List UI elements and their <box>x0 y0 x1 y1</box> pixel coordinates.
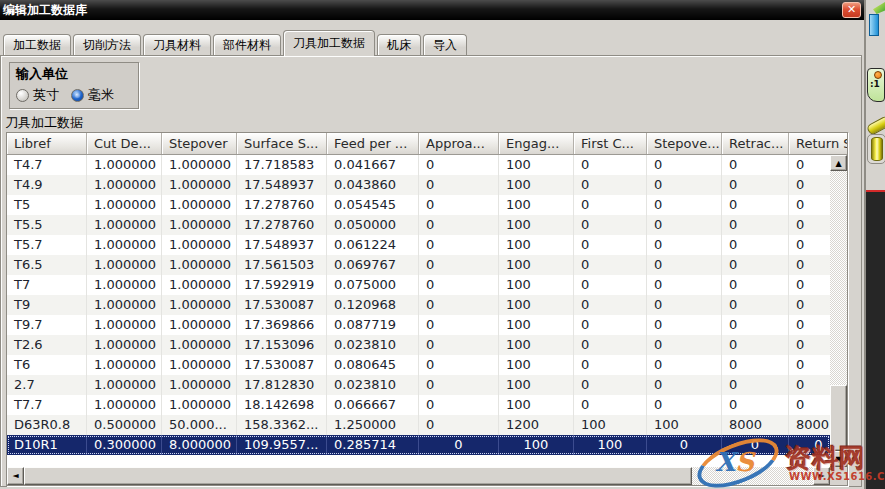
units-radio-row: 英寸 毫米 <box>16 86 132 104</box>
tab-3[interactable]: 部件材料 <box>213 34 281 56</box>
table-cell: T2.6 <box>7 335 87 355</box>
table-cell: 18.142698 <box>237 395 327 415</box>
table-cell: 1.000000 <box>87 395 162 415</box>
table-row[interactable]: T5.51.0000001.00000017.2787600.050000010… <box>7 215 830 235</box>
tab-bar: 加工数据切削方法刀具材料部件材料刀具加工数据机床导入 <box>3 30 469 56</box>
table-cell: 1.000000 <box>87 295 162 315</box>
table-row[interactable]: T6.51.0000001.00000017.5615030.069767010… <box>7 255 830 275</box>
layer-settings-icon[interactable]: :1 <box>867 68 885 102</box>
table-row[interactable]: T7.71.0000001.00000018.1426980.066667010… <box>7 395 830 415</box>
table-row[interactable]: T91.0000001.00000017.5300870.12096801000… <box>7 295 830 315</box>
table-cell: 0 <box>722 195 789 215</box>
column-header[interactable]: Stepove... <box>647 133 722 155</box>
table-cell: 17.548937 <box>237 175 327 195</box>
tab-2[interactable]: 刀具材料 <box>143 34 211 56</box>
tab-content-panel: 输入单位 英寸 毫米 刀具加工数据 LibrefCut De...Stepove… <box>0 55 862 487</box>
table-row[interactable]: T5.71.0000001.00000017.5489370.061224010… <box>7 235 830 255</box>
background-toolbar-strip: :1 <box>866 0 885 489</box>
cylinder-tool-icon[interactable] <box>867 134 885 164</box>
table-row[interactable]: T61.0000001.00000017.5300870.08064501000… <box>7 355 830 375</box>
table-cell: T4.9 <box>7 175 87 195</box>
table-cell: 0 <box>789 175 830 195</box>
table-cell: 17.592919 <box>237 275 327 295</box>
table-cell: 100 <box>574 415 647 435</box>
column-header[interactable]: First C... <box>574 133 647 155</box>
table-cell: 0.023810 <box>327 335 419 355</box>
column-header[interactable]: Surface S... <box>237 133 327 155</box>
table-header: LibrefCut De...StepoverSurface S...Feed … <box>7 133 847 155</box>
table-cell: 1.000000 <box>87 375 162 395</box>
column-header[interactable]: Feed per ... <box>327 133 419 155</box>
table-label: 刀具加工数据 <box>5 114 83 132</box>
table-cell: 0.285714 <box>327 435 419 455</box>
tool-machining-data-table: LibrefCut De...StepoverSurface S...Feed … <box>6 132 848 486</box>
column-header[interactable]: Engag... <box>499 133 574 155</box>
table-cell: 0.500000 <box>87 415 162 435</box>
table-cell: 0 <box>419 395 499 415</box>
table-cell: 100 <box>499 335 574 355</box>
table-cell: 17.369866 <box>237 315 327 335</box>
tab-5[interactable]: 机床 <box>377 34 421 56</box>
tab-1[interactable]: 切削方法 <box>73 34 141 56</box>
table-cell: 0 <box>722 355 789 375</box>
table-cell: 0 <box>722 175 789 195</box>
table-row[interactable]: 2.71.0000001.00000017.8128300.0238100100… <box>7 375 830 395</box>
table-cell: 0 <box>574 395 647 415</box>
watermark: XS 资料网 WWW.XS1616.COM <box>693 437 885 489</box>
radio-millimeter[interactable]: 毫米 <box>71 86 114 104</box>
table-cell: 8000 <box>722 415 789 435</box>
table-cell: 0 <box>647 395 722 415</box>
scroll-left-icon[interactable]: ◄ <box>7 467 24 485</box>
table-row[interactable]: T2.61.0000001.00000017.1530960.023810010… <box>7 335 830 355</box>
table-row[interactable]: D63R0.80.50000050.000...158.3362...1.250… <box>7 415 830 435</box>
horizontal-scroll-thumb[interactable] <box>24 467 692 485</box>
column-header[interactable]: Retrac... <box>722 133 789 155</box>
tab-4[interactable]: 刀具加工数据 <box>283 30 375 56</box>
table-cell: 0 <box>574 175 647 195</box>
table-cell: 0.120968 <box>327 295 419 315</box>
column-header[interactable]: Approa... <box>419 133 499 155</box>
table-cell: 0 <box>647 255 722 275</box>
table-cell: 0.023810 <box>327 375 419 395</box>
radio-millimeter-label: 毫米 <box>88 86 114 104</box>
column-header[interactable]: Cut De... <box>87 133 162 155</box>
table-cell: 1.000000 <box>87 215 162 235</box>
table-cell: 100 <box>499 375 574 395</box>
table-cell: 0 <box>574 275 647 295</box>
table-row[interactable]: T4.91.0000001.00000017.5489370.043860010… <box>7 175 830 195</box>
paintbrush-icon[interactable] <box>867 2 885 40</box>
table-row[interactable]: T51.0000001.00000017.2787600.05454501000… <box>7 195 830 215</box>
table-cell: 100 <box>499 355 574 375</box>
vertical-scroll-track[interactable] <box>830 171 847 451</box>
table-body[interactable]: T4.71.0000001.00000017.7185830.041667010… <box>7 155 830 467</box>
radio-inch[interactable]: 英寸 <box>16 86 59 104</box>
dialog-titlebar[interactable]: 编辑加工数据库 ✕ <box>0 0 864 20</box>
tab-6[interactable]: 导入 <box>423 34 467 56</box>
table-cell: T5 <box>7 195 87 215</box>
column-header[interactable]: Return S <box>789 133 847 155</box>
column-header[interactable]: Libref <box>7 133 87 155</box>
table-cell: 17.530087 <box>237 355 327 375</box>
table-cell: 100 <box>499 275 574 295</box>
tab-0[interactable]: 加工数据 <box>3 34 71 56</box>
table-cell: 17.278760 <box>237 215 327 235</box>
vertical-scrollbar[interactable]: ▲ ▼ <box>830 155 847 467</box>
table-cell: 2.7 <box>7 375 87 395</box>
scroll-up-icon[interactable]: ▲ <box>830 155 847 171</box>
table-cell: 17.278760 <box>237 195 327 215</box>
table-cell: 1.000000 <box>162 315 237 335</box>
chamfer-bar <box>866 115 885 136</box>
column-header[interactable]: Stepover <box>162 133 237 155</box>
radio-circle-icon <box>71 89 84 102</box>
table-row[interactable]: T9.71.0000001.00000017.3698660.087719010… <box>7 315 830 335</box>
table-cell: 0 <box>722 255 789 275</box>
table-cell: 8.000000 <box>162 435 237 455</box>
close-icon[interactable]: ✕ <box>842 2 861 18</box>
table-row[interactable]: T71.0000001.00000017.5929190.07500001000… <box>7 275 830 295</box>
table-cell: T9.7 <box>7 315 87 335</box>
table-cell: 0 <box>789 295 830 315</box>
table-row[interactable]: T4.71.0000001.00000017.7185830.041667010… <box>7 155 830 175</box>
table-cell: 100 <box>499 435 574 455</box>
table-cell: 100 <box>499 235 574 255</box>
table-cell: 1.000000 <box>162 295 237 315</box>
